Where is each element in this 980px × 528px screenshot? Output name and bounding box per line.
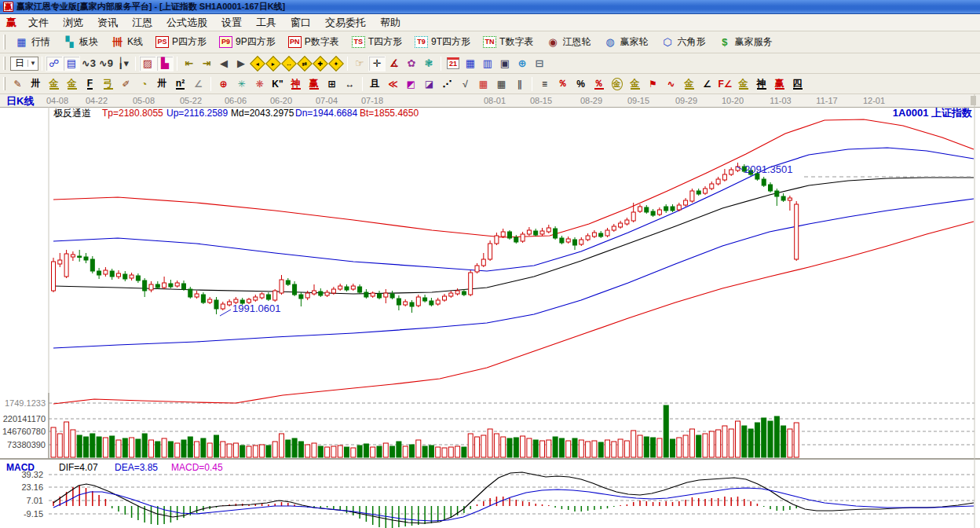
wave-box-icon[interactable]: ∿ xyxy=(662,76,680,92)
gann-comb-icon[interactable]: 卅 xyxy=(27,76,45,92)
ying-comb-icon[interactable]: 赢 xyxy=(305,76,323,92)
candle-style-combo-icon[interactable]: ╽▾ xyxy=(115,56,132,72)
flower-tool-icon[interactable]: ✿ xyxy=(403,56,420,72)
next-bar-icon[interactable]: ▶ xyxy=(232,56,250,72)
f-angle-icon[interactable]: F∠ xyxy=(716,76,734,92)
pan-left-button[interactable]: ◂ xyxy=(250,56,265,72)
pan-right-button[interactable]: ▸ xyxy=(265,56,281,72)
fan-box2-icon[interactable]: ◪ xyxy=(420,76,438,92)
menu-item-4[interactable]: 江恩 xyxy=(125,15,159,30)
wave-3-icon[interactable]: ∿3 xyxy=(80,56,97,72)
menu-item-5[interactable]: 公式选股 xyxy=(159,15,214,30)
menu-item-2[interactable]: 浏览 xyxy=(56,15,90,30)
zoom-out-all-button[interactable]: ✚ xyxy=(313,56,328,72)
four-angle-icon[interactable]: 四 xyxy=(788,76,806,92)
network-lines-icon[interactable]: ☍ xyxy=(46,56,63,72)
grid-red-icon[interactable]: ▦ xyxy=(474,76,492,92)
angle-set-icon[interactable]: ∠ xyxy=(698,76,716,92)
numbers-grid-icon[interactable]: ⊞ xyxy=(323,76,341,92)
shen-comb-icon[interactable]: 神 xyxy=(287,76,305,92)
notepad-icon[interactable]: ▥ xyxy=(479,56,496,72)
comb-lines-icon[interactable]: 卅 xyxy=(153,76,171,92)
period-selector[interactable]: 日▼ xyxy=(10,57,38,71)
percent-line-icon[interactable]: ％ xyxy=(554,76,572,92)
menu-item-7[interactable]: 工具 xyxy=(249,15,283,30)
marker-ruler-icon[interactable]: ✐ xyxy=(117,76,135,92)
target-cross-icon[interactable]: ⊕ xyxy=(214,76,232,92)
toolbar-drag-handle[interactable] xyxy=(3,77,5,91)
web-box-icon[interactable]: ❋ xyxy=(250,76,269,92)
zoom-in-all-button[interactable]: ✦ xyxy=(328,56,344,72)
web-tool-icon[interactable]: ❃ xyxy=(420,56,437,72)
fan-lines-icon[interactable]: ≪ xyxy=(384,76,402,92)
angle-lines-icon[interactable]: ⋰ xyxy=(438,76,456,92)
9p-square-button[interactable]: P99P四方形 xyxy=(213,33,282,51)
percent-bars-icon[interactable]: ％ xyxy=(590,76,608,92)
save-icon[interactable]: ▣ xyxy=(496,56,514,72)
crosshair-icon[interactable]: ✛ xyxy=(368,56,386,72)
pen-tool-icon[interactable]: ✎ xyxy=(9,76,27,92)
f-comb-icon[interactable]: F xyxy=(81,76,99,92)
world-time-icon[interactable]: ⊕ xyxy=(514,56,531,72)
menu-item-8[interactable]: 窗口 xyxy=(283,15,318,30)
angle-arc-icon[interactable]: ∠ xyxy=(189,76,207,92)
gold-circle-icon[interactable]: 金 xyxy=(608,76,626,92)
last-bar-icon[interactable]: ⇥ xyxy=(198,56,215,72)
kline-marks-icon[interactable]: K" xyxy=(269,76,287,92)
winner-service-button[interactable]: $赢家服务 xyxy=(711,33,778,51)
wave-9-icon[interactable]: ∿9 xyxy=(97,56,115,72)
spiral-comb-icon[interactable]: 弓 xyxy=(99,76,117,92)
hand-drag-icon[interactable]: ☞ xyxy=(351,56,368,72)
span-arrows-icon[interactable]: ↔ xyxy=(341,76,359,92)
chart-area[interactable]: 04-0804-2205-0805-2206-0606-2007-0407-18… xyxy=(0,94,980,528)
9t-square-button[interactable]: T99T四方形 xyxy=(408,33,477,51)
color-histogram-icon[interactable]: ▙ xyxy=(156,56,174,72)
hexagon-button[interactable]: ⬡六角形 xyxy=(654,33,711,51)
gold-lines2-icon[interactable]: 金 xyxy=(680,76,698,92)
shen-angle-icon[interactable]: 神 xyxy=(752,76,770,92)
gold-comb-icon[interactable]: 金 xyxy=(45,76,63,92)
fan-box-icon[interactable]: ◩ xyxy=(402,76,420,92)
zoom-out-h-button[interactable]: ↔ xyxy=(281,56,297,72)
p-number-table-button[interactable]: PNP数字表 xyxy=(282,33,346,51)
percent-icon[interactable]: % xyxy=(572,76,590,92)
menu-item-1[interactable]: 文件 xyxy=(21,15,56,30)
cycle-circle-icon[interactable]: ◔ xyxy=(135,76,153,92)
t-square-button[interactable]: TST四方形 xyxy=(346,33,408,51)
date-scrollbar[interactable] xyxy=(971,96,976,105)
ying-angle-icon[interactable]: 赢 xyxy=(770,76,788,92)
menu-item-10[interactable]: 帮助 xyxy=(373,15,408,30)
calendar-icon[interactable]: 21 xyxy=(444,56,462,72)
prev-bar-icon[interactable]: ◀ xyxy=(215,56,232,72)
zoom-in-h-button[interactable]: ⇄ xyxy=(297,56,313,72)
flag-pen-icon[interactable]: ⚑ xyxy=(644,76,662,92)
t-number-table-button[interactable]: TNT数字表 xyxy=(477,33,539,51)
kline-button[interactable]: 卌K线 xyxy=(104,33,149,51)
gann-wheel-button[interactable]: ◉江恩轮 xyxy=(539,33,597,51)
price-bars-icon[interactable]: ≡ xyxy=(536,76,554,92)
winner-wheel-button[interactable]: ◍赢家轮 xyxy=(597,33,654,51)
wave-check-icon[interactable]: √ xyxy=(456,76,474,92)
document-icon[interactable]: ▤ xyxy=(63,56,80,72)
toolbar-drag-handle[interactable] xyxy=(3,57,5,71)
menu-item-6[interactable]: 设置 xyxy=(214,15,249,30)
gold-comb2-icon[interactable]: 金 xyxy=(63,76,81,92)
parallel-lines-icon[interactable]: ∥ xyxy=(510,76,528,92)
menu-item-9[interactable]: 交易委托 xyxy=(318,15,373,30)
gold-lines-icon[interactable]: 金 xyxy=(626,76,644,92)
gold-angle-icon[interactable]: 金 xyxy=(734,76,752,92)
print-icon[interactable]: ⊟ xyxy=(531,56,548,72)
quotes-button[interactable]: ▦行情 xyxy=(9,33,57,51)
shift-frame-icon[interactable]: 且 xyxy=(366,76,384,92)
first-bar-icon[interactable]: ⇤ xyxy=(181,56,198,72)
toolbar-drag-handle[interactable] xyxy=(3,35,5,50)
pane-divider[interactable] xyxy=(0,459,980,460)
grid-axis-icon[interactable]: ▦ xyxy=(492,76,510,92)
calculator-icon[interactable]: ▦ xyxy=(462,56,479,72)
protractor-icon[interactable]: ∡ xyxy=(386,56,403,72)
sectors-button[interactable]: ▚板块 xyxy=(57,33,104,51)
p-square-button[interactable]: PSP四方形 xyxy=(149,33,213,51)
pattern-red-icon[interactable]: ▨ xyxy=(139,56,156,72)
kline-chart[interactable]: 04-0804-2205-0805-2206-0606-2007-0407-18… xyxy=(0,94,980,528)
n2-comb-icon[interactable]: n² xyxy=(171,76,189,92)
